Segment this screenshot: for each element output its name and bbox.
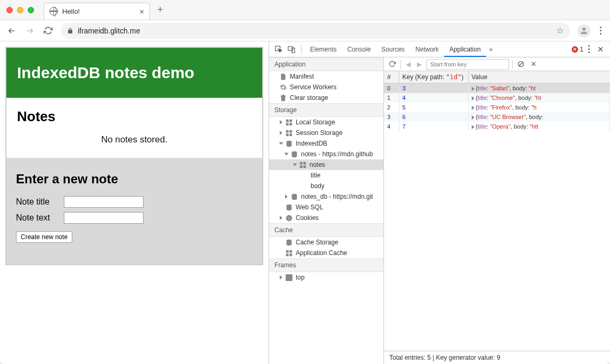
svg-rect-26	[286, 253, 289, 256]
empty-message: No notes stored.	[17, 134, 252, 145]
sidebar-clear-storage[interactable]: Clear storage	[269, 92, 383, 103]
svg-rect-7	[286, 130, 289, 132]
col-value[interactable]: Value	[468, 71, 610, 83]
maximize-window-button[interactable]	[28, 7, 34, 13]
clear-store-icon[interactable]	[516, 61, 526, 67]
database-icon	[286, 204, 293, 211]
sidebar-manifest[interactable]: Manifest	[269, 71, 383, 82]
sidebar-idb-database2[interactable]: notes_db - https://mdn.git	[269, 191, 383, 202]
cell-key: 6	[399, 112, 468, 122]
sidebar-websql[interactable]: Web SQL	[269, 202, 383, 213]
back-button[interactable]	[6, 26, 17, 36]
text-input[interactable]	[64, 212, 144, 224]
create-note-button[interactable]: Create new note	[16, 231, 72, 243]
browser-window: Hello! × + iframeidb.glitch.me ☆ Indexed…	[0, 0, 610, 364]
svg-rect-6	[289, 123, 292, 125]
profile-avatar[interactable]	[578, 24, 590, 37]
refresh-icon[interactable]	[387, 61, 397, 67]
database-icon	[291, 151, 298, 158]
table-row[interactable]: 0 3 {title: "Safari", body: "ht	[384, 83, 610, 94]
table-row[interactable]: 2 5 {title: "Firefox", body: "h	[384, 103, 610, 112]
svg-point-20	[288, 217, 289, 218]
content-area: IndexedDB notes demo Notes No notes stor…	[0, 41, 610, 364]
bookmark-star-icon[interactable]: ☆	[556, 26, 564, 36]
next-page-icon[interactable]: ▶	[415, 61, 423, 68]
app-card: IndexedDB notes demo Notes No notes stor…	[5, 47, 263, 265]
sidebar-idb-store-notes[interactable]: notes	[269, 159, 383, 170]
sidebar-service-workers[interactable]: Service Workers	[269, 82, 383, 92]
key-search-input[interactable]	[427, 59, 509, 70]
forward-button[interactable]	[24, 26, 35, 36]
grid-icon	[286, 119, 293, 126]
close-tab-icon[interactable]: ×	[139, 7, 144, 16]
close-devtools-icon[interactable]: ✕	[595, 45, 607, 54]
sidebar-indexeddb[interactable]: IndexedDB	[269, 138, 383, 149]
tab-sources[interactable]: Sources	[376, 42, 410, 57]
grid-icon	[286, 250, 293, 257]
expand-icon[interactable]	[472, 125, 474, 129]
sidebar-idb-index-title[interactable]: title	[269, 170, 383, 181]
expand-icon[interactable]	[472, 106, 474, 110]
cell-key: 4	[399, 93, 468, 103]
browser-menu-button[interactable]	[598, 27, 604, 35]
sidebar-idb-database[interactable]: notes - https://mdn.github	[269, 149, 383, 159]
cat-application: Application	[269, 57, 383, 71]
cat-storage: Storage	[269, 103, 383, 117]
error-count: 1	[580, 46, 583, 53]
device-toolbar-icon[interactable]	[285, 46, 298, 53]
error-indicator[interactable]: ✕1	[572, 46, 583, 53]
expand-icon[interactable]	[472, 115, 474, 120]
tab-console[interactable]: Console	[342, 42, 376, 57]
cell-key: 3	[399, 83, 468, 94]
col-index[interactable]: #	[384, 71, 399, 83]
close-window-button[interactable]	[6, 7, 13, 13]
table-row[interactable]: 3 6 {title: "UC Browser", body:	[384, 112, 610, 122]
tab-elements[interactable]: Elements	[305, 42, 342, 57]
cell-value: {title: "Opera", body: "htt	[468, 122, 610, 131]
database-icon	[291, 193, 298, 200]
reload-button[interactable]	[43, 26, 53, 35]
sidebar-cache-storage[interactable]: Cache Storage	[269, 237, 383, 248]
cell-index: 2	[384, 103, 399, 112]
svg-rect-8	[289, 130, 292, 132]
sidebar-cookies[interactable]: Cookies	[269, 213, 383, 223]
collapse-icon	[285, 153, 289, 156]
idb-footer: Total entries: 5 | Key generator value: …	[384, 351, 610, 364]
cell-index: 4	[384, 122, 399, 131]
inspect-element-icon[interactable]	[272, 46, 285, 53]
sidebar-app-cache[interactable]: Application Cache	[269, 248, 383, 258]
table-row[interactable]: 4 7 {title: "Opera", body: "htt	[384, 122, 610, 131]
title-row: Note title	[16, 196, 253, 208]
expand-icon[interactable]	[472, 87, 474, 91]
devtools-menu-icon[interactable]	[583, 45, 595, 53]
col-key[interactable]: Key (Key path: "id")	[399, 71, 468, 83]
table-row[interactable]: 1 4 {title: "Chrome", body: "ht	[384, 93, 610, 103]
sidebar-frame-top[interactable]: top	[269, 272, 383, 283]
tab-network[interactable]: Network	[410, 42, 444, 57]
minimize-window-button[interactable]	[17, 7, 23, 13]
new-tab-button[interactable]: +	[157, 4, 163, 15]
prev-page-icon[interactable]: ◀	[404, 61, 412, 68]
globe-icon	[49, 7, 58, 15]
sidebar-session-storage[interactable]: Session Storage	[269, 128, 383, 138]
tab-application[interactable]: Application	[444, 42, 486, 57]
address-bar[interactable]: iframeidb.glitch.me ☆	[61, 23, 570, 39]
collapse-icon	[279, 142, 283, 145]
svg-rect-13	[300, 162, 303, 164]
title-input[interactable]	[64, 196, 144, 208]
collapse-icon	[293, 164, 297, 166]
delete-selected-icon[interactable]: ✕	[529, 60, 538, 68]
error-icon: ✕	[572, 46, 578, 53]
text-row: Note text	[16, 212, 253, 224]
grid-icon	[286, 130, 293, 137]
browser-tab[interactable]: Hello! ×	[44, 3, 150, 20]
database-icon	[286, 239, 293, 246]
trash-icon	[280, 95, 287, 101]
expand-icon[interactable]	[472, 96, 474, 100]
sidebar-local-storage[interactable]: Local Storage	[269, 117, 383, 128]
sidebar-idb-index-body[interactable]: body	[269, 181, 383, 191]
devtools-panel: Elements Console Sources Network Applica…	[269, 41, 610, 364]
cell-value: {title: "Safari", body: "ht	[468, 83, 610, 94]
more-tabs-icon[interactable]: »	[486, 46, 496, 53]
lock-icon	[67, 28, 73, 34]
